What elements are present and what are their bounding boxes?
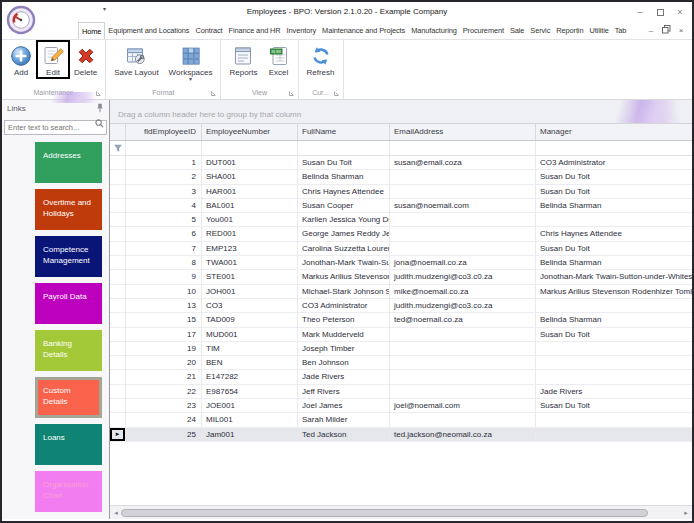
tab-utilitie[interactable]: Utilitie (586, 22, 611, 39)
reports-button[interactable]: Reports (224, 41, 262, 78)
cell-emailaddress (390, 227, 536, 240)
lavender-swoosh-right (557, 100, 692, 123)
edit-button[interactable]: Edit (37, 41, 69, 78)
sidebar-item-payroll-data[interactable]: Payroll Data (35, 283, 102, 324)
minimize-button[interactable]: – (630, 2, 650, 22)
column-header-emailaddress[interactable]: EmailAddress (390, 124, 536, 140)
table-row[interactable]: 17MUD001Mark MudderveldSusan Du Toit (110, 328, 692, 342)
table-row[interactable]: 1DUT001Susan Du Toitsusan@email.cozaCO3 … (110, 156, 692, 170)
tab-finance-and-hr[interactable]: Finance and HR (226, 22, 284, 39)
sidebar-item-overtime-and-holidays[interactable]: Overtime and Holidays (35, 189, 102, 230)
mdi-restore-button[interactable] (659, 25, 673, 36)
table-row[interactable]: 9STE001Markus Arilius Stevenson ...judit… (110, 270, 692, 284)
tab-contract[interactable]: Contract (192, 22, 225, 39)
table-row[interactable]: 3HAR001Chris Haynes AttendeeSusan Du Toi… (110, 185, 692, 199)
dialog-launcher-icon[interactable] (96, 91, 101, 96)
filter-cell-fullname[interactable] (298, 141, 390, 155)
column-header-fullname[interactable]: FullName (298, 124, 390, 140)
tab-equipment-and-locations[interactable]: Equipment and Locations (105, 22, 192, 39)
group-by-band[interactable]: Drag a column header here to group by th… (110, 100, 692, 124)
dialog-launcher-icon[interactable] (211, 91, 216, 96)
cell-employeenumber: MUD001 (202, 328, 298, 341)
table-row[interactable]: 4BAL001Susan Coopersusan@noemail.comBeli… (110, 199, 692, 213)
cell-manager: CO3 Administrator (536, 156, 692, 169)
cell-fldemployeeid: 15 (126, 313, 202, 326)
add-button[interactable]: Add (5, 41, 37, 78)
row-indicator (110, 370, 126, 383)
horizontal-scrollbar[interactable]: ◂ ▸ (110, 505, 692, 519)
tab-procurement[interactable]: Procurement (460, 22, 507, 39)
refresh-button[interactable]: Refresh (302, 41, 340, 78)
row-indicator (110, 242, 126, 255)
table-row[interactable]: 6RED001George James Reddy Jef...Chris Ha… (110, 227, 692, 241)
sidebar-item-competence-management[interactable]: Competence Management (35, 236, 102, 277)
cell-manager: Belinda Sharman (536, 199, 692, 212)
cell-manager (536, 413, 692, 426)
table-row[interactable]: 15TAD009Theo Petersonted@noemail.co.zaBe… (110, 313, 692, 327)
links-search-input[interactable] (4, 120, 107, 135)
column-header-manager[interactable]: Manager (536, 124, 692, 140)
table-row[interactable]: 22E987654Jeff RiversJade Rivers (110, 385, 692, 399)
tab-maintenance-and-projects[interactable]: Maintenance and Projects (319, 22, 408, 39)
cell-fldemployeeid: 7 (126, 242, 202, 255)
tab-servic[interactable]: Servic (527, 22, 553, 39)
sidebar-item-custom-details[interactable]: Custom Details (35, 377, 102, 418)
cell-fldemployeeid: 25 (126, 428, 202, 441)
cell-emailaddress: joel@noemail.com (390, 399, 536, 412)
column-header-fldemployeeid[interactable]: fldEmployeeID (126, 124, 202, 140)
delete-icon (75, 44, 97, 67)
button-label: Delete (74, 68, 97, 77)
workspaces-button[interactable]: Workspaces▾ (164, 41, 218, 83)
dialog-launcher-icon[interactable] (289, 91, 294, 96)
tab-reportin[interactable]: Reportin (553, 22, 586, 39)
table-row[interactable]: 24MIL001Sarah Milder (110, 413, 692, 427)
dialog-launcher-icon[interactable] (334, 91, 339, 96)
filter-cell-emailaddress[interactable] (390, 141, 536, 155)
tab-home[interactable]: Home (78, 22, 105, 39)
mdi-close-button[interactable]: × (674, 26, 688, 35)
tab-tab[interactable]: Tab (612, 22, 630, 39)
row-indicator (110, 213, 126, 226)
scrollbar-thumb[interactable] (121, 509, 648, 517)
table-row[interactable]: 2SHA001Belinda SharmanSusan Du Toit (110, 170, 692, 184)
table-row[interactable]: 8TWA001Jonothan-Mark Twain-Sut...jona@no… (110, 256, 692, 270)
add-icon (10, 44, 32, 67)
cell-employeenumber: BAL001 (202, 199, 298, 212)
mdi-minimize-button[interactable]: – (644, 26, 658, 35)
filter-cell-employeenumber[interactable] (202, 141, 298, 155)
delete-button[interactable]: Delete (69, 41, 102, 78)
cell-fullname: Markus Arilius Stevenson ... (298, 270, 390, 283)
cell-fldemployeeid: 21 (126, 370, 202, 383)
table-row[interactable]: 13CO3CO3 Administratorjudith.mudzengi@co… (110, 299, 692, 313)
table-row[interactable]: 10JOH001Michael-Stark Johnson St...mike@… (110, 285, 692, 299)
pin-icon[interactable] (96, 103, 104, 113)
table-row[interactable]: 19TIMJoseph Timber (110, 342, 692, 356)
filter-cell-fldemployeeid[interactable] (126, 141, 202, 155)
reports-icon (232, 44, 254, 67)
cell-emailaddress (390, 242, 536, 255)
tab-inventory[interactable]: Inventory (284, 22, 320, 39)
scroll-right-icon[interactable]: ▸ (680, 506, 692, 519)
close-button[interactable]: × (670, 2, 690, 22)
column-header-employeenumber[interactable]: EmployeeNumber (202, 124, 298, 140)
grid-filter-row[interactable] (110, 141, 692, 156)
sidebar-item-organisation-chart[interactable]: Organisation Chart (35, 471, 102, 512)
maximize-button[interactable] (650, 2, 670, 22)
tab-manufacturing[interactable]: Manufacturing (408, 22, 460, 39)
save-layout-button[interactable]: Save Layout (109, 41, 163, 78)
filter-cell-manager[interactable] (536, 141, 692, 155)
table-row[interactable]: 20BENBen Johnson (110, 356, 692, 370)
app-logo-icon[interactable] (6, 5, 36, 35)
sidebar-item-loans[interactable]: Loans (35, 424, 102, 465)
cell-employeenumber: JOE001 (202, 399, 298, 412)
sidebar-item-banking-details[interactable]: Banking Details (35, 330, 102, 371)
sidebar-item-addresses[interactable]: Addresses (35, 142, 102, 183)
table-row[interactable]: ▸25Jam001Ted Jacksonted.jackson@neomail.… (110, 428, 692, 442)
table-row[interactable]: 21E147282Jade Rivers (110, 370, 692, 384)
table-row[interactable]: 7EMP123Carolina Suzzetta Lourens...Susan… (110, 242, 692, 256)
excel-button[interactable]: XLSXExcel (263, 41, 295, 78)
table-row[interactable]: 5You001Karlien Jessica Young Dun... (110, 213, 692, 227)
row-indicator (110, 399, 126, 412)
tab-sale[interactable]: Sale (507, 22, 527, 39)
table-row[interactable]: 23JOE001Joel Jamesjoel@noemail.comSusan … (110, 399, 692, 413)
